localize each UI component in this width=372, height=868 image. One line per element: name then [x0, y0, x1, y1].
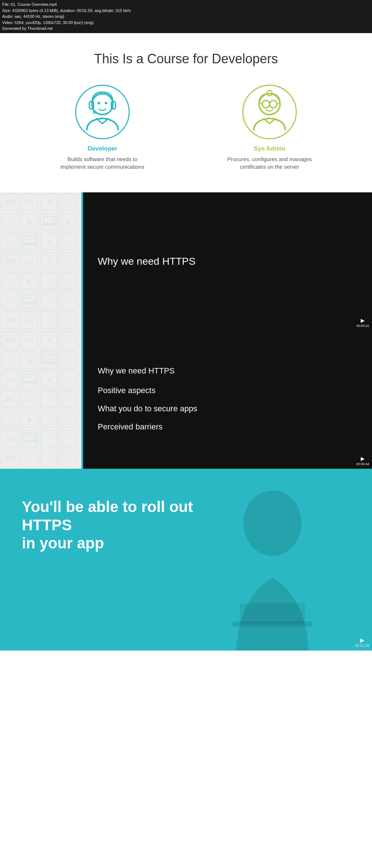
video-list-item-2: Positive aspects — [98, 386, 372, 395]
teal-content: You'll be able to roll out HTTPS in your… — [22, 498, 350, 553]
svg-point-0 — [92, 93, 113, 115]
svg-text:</>: </> — [26, 259, 33, 264]
svg-text:JPG: JPG — [5, 199, 15, 205]
file-info-line4: Video: h264, yuv420p, 1280x720, 30.00 fp… — [2, 20, 370, 26]
svg-text:↗: ↗ — [67, 397, 70, 402]
svg-text:⚙: ⚙ — [48, 378, 51, 382]
persona-developer: Developer Builds software that needs to … — [55, 85, 150, 171]
video-list-item-4: Perceived barriers — [98, 422, 372, 432]
file-info-line3: Audio: aac, 44100 Hz, stereo (eng) — [2, 13, 370, 20]
persona-sysadmin: Sys Admin Procures, configures and manag… — [222, 85, 317, 171]
svg-text:🐛: 🐛 — [27, 417, 32, 422]
sysadmin-label: Sys Admin — [254, 145, 285, 152]
svg-text:↗: ↗ — [67, 337, 70, 342]
svg-text:JPG: JPG — [5, 258, 15, 264]
svg-text:↗: ↗ — [67, 199, 70, 204]
svg-point-8 — [262, 100, 270, 108]
svg-text:JPG: JPG — [5, 396, 15, 402]
svg-text:CSS: CSS — [7, 240, 13, 244]
play-icon-2[interactable]: ▶ — [356, 456, 369, 461]
file-info-bar: File: 01. Course Overview.mp4 Size: 4326… — [0, 0, 372, 33]
svg-rect-127 — [240, 603, 305, 623]
file-info-line1: File: 01. Course Overview.mp4 — [2, 1, 370, 8]
svg-point-9 — [270, 100, 277, 108]
left-pattern-panel-1: </> CSS JPG </> — [0, 192, 81, 331]
svg-text:|||: ||| — [67, 220, 70, 224]
timestamp-2: ▶ 00:00:44 — [356, 456, 369, 466]
sysadmin-description: Procures, configures and manages certifi… — [222, 155, 317, 171]
developer-label: Developer — [88, 145, 117, 152]
timestamp-1: ▶ 00:00:22 — [356, 317, 369, 328]
file-info-line5: Generated by Thumbnail.me — [2, 25, 370, 32]
svg-text:</>: </> — [27, 435, 33, 438]
play-icon-3[interactable]: ▶ — [355, 637, 369, 644]
svg-text:CSS: CSS — [7, 299, 13, 303]
svg-point-1 — [97, 101, 100, 104]
svg-text:↗: ↗ — [67, 259, 70, 264]
video-main-panel-1: Why we need HTTPS ▶ 00:00:22 — [81, 192, 372, 331]
personas-container: Developer Builds software that needs to … — [7, 85, 365, 171]
svg-text:</>: </> — [26, 199, 33, 204]
svg-text:⚙: ⚙ — [48, 337, 51, 341]
svg-text:|||: ||| — [67, 359, 70, 363]
developer-avatar-circle — [75, 85, 130, 139]
section-teal: You'll be able to roll out HTTPS in your… — [0, 469, 372, 651]
svg-text:⚙: ⚙ — [48, 260, 51, 264]
svg-text:🐛: 🐛 — [27, 279, 32, 284]
svg-text:</>: </> — [26, 337, 33, 342]
svg-text:JPG: JPG — [5, 455, 15, 461]
svg-text:JPG: JPG — [5, 337, 15, 343]
sysadmin-avatar-circle — [242, 85, 297, 139]
svg-text:</>: </> — [27, 237, 33, 241]
play-icon-1[interactable]: ▶ — [356, 317, 369, 323]
video-list-panel: Why we need HTTPS Positive aspects What … — [81, 331, 372, 469]
svg-text:↗: ↗ — [8, 358, 12, 363]
svg-text:CSS: CSS — [7, 437, 13, 441]
section-title: This Is a Course for Developers — [7, 51, 365, 67]
teal-bg-overlay — [0, 469, 372, 651]
svg-point-2 — [105, 101, 107, 104]
developer-avatar-icon — [76, 86, 129, 138]
teal-heading: You'll be able to roll out HTTPS in your… — [22, 498, 240, 553]
developer-description: Builds software that needs to implement … — [55, 155, 150, 171]
svg-text:</>: </> — [27, 296, 33, 300]
svg-text:⚙: ⚙ — [48, 199, 51, 203]
svg-text:CSS: CSS — [7, 379, 13, 382]
svg-text:JPG: JPG — [5, 317, 15, 323]
left-pattern-panel-2: JPG </> ⚙ ↗ ↗ 🐛 ||| CSS — [0, 331, 81, 469]
svg-text:</>: </> — [27, 376, 33, 379]
video-list-item-1: Why we need HTTPS — [98, 366, 372, 376]
svg-text:🐛: 🐛 — [27, 358, 32, 363]
timestamp-value-2: 00:00:44 — [356, 462, 369, 466]
timestamp-value-1: 00:00:22 — [356, 324, 369, 328]
svg-text:⚙: ⚙ — [48, 240, 51, 244]
svg-text:↗: ↗ — [8, 220, 12, 225]
svg-text:</>: </> — [26, 318, 33, 323]
video-title-1: Why we need HTTPS — [98, 256, 195, 267]
sysadmin-avatar-icon — [243, 86, 296, 138]
video-frame-2: JPG </> ⚙ ↗ ↗ 🐛 ||| CSS — [0, 331, 372, 469]
bg-person-silhouette — [0, 469, 372, 651]
section-developers: This Is a Course for Developers — [0, 33, 372, 192]
timestamp-3: ▶ 00:01:28 — [355, 637, 369, 648]
svg-text:</>: </> — [26, 397, 33, 402]
video-frame-1: </> CSS JPG </> — [0, 192, 372, 331]
svg-text:🐛: 🐛 — [27, 220, 32, 225]
video-list-item-3: What you do to secure apps — [98, 404, 372, 413]
file-info-line2: Size: 4326962 bytes (4.13 MiB), duration… — [2, 8, 370, 14]
